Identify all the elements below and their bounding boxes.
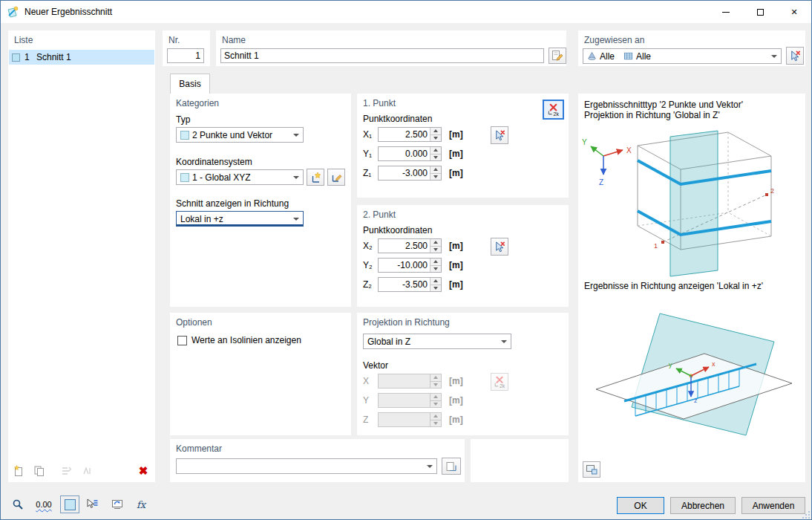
name-input[interactable] — [220, 48, 544, 63]
delete-item-button[interactable]: ✖ — [134, 463, 152, 479]
edit-coordinate-system-button[interactable] — [327, 169, 345, 186]
display-colors-button[interactable] — [60, 495, 79, 513]
refresh-view-button[interactable] — [108, 495, 127, 513]
x2-spinner[interactable] — [430, 239, 441, 253]
spin-down-icon[interactable] — [430, 285, 441, 292]
pick-point1-button[interactable] — [491, 126, 508, 144]
maximize-button[interactable] — [743, 1, 777, 23]
pick-assigned-button[interactable] — [786, 47, 804, 65]
selection-filter-button[interactable] — [82, 495, 102, 513]
help-search-button[interactable] — [8, 495, 27, 513]
isolinien-label[interactable]: Werte an Isolinien anzeigen — [191, 335, 301, 345]
spin-up-icon[interactable] — [430, 278, 441, 285]
typ-select[interactable]: 2 Punkte und Vektor — [176, 127, 304, 143]
vektor-x-spinner — [430, 374, 441, 388]
x2-label: X₂ — [363, 241, 373, 251]
vektor-z-unit: [m] — [449, 415, 463, 425]
minimize-button[interactable] — [709, 1, 743, 23]
nr-input[interactable] — [167, 48, 204, 63]
spin-down-icon[interactable] — [430, 247, 441, 253]
richtung-select[interactable]: Lokal in +z — [176, 211, 304, 227]
preview-display-options-button[interactable] — [583, 461, 600, 478]
y1-input[interactable] — [379, 147, 430, 160]
projektion-select[interactable]: Global in Z — [363, 334, 511, 349]
spin-down-icon[interactable] — [430, 174, 441, 181]
chevron-down-icon — [293, 134, 299, 140]
spin-down-icon — [430, 401, 441, 408]
spin-down-icon[interactable] — [430, 266, 441, 273]
y2-label: Y₂ — [363, 260, 373, 270]
spin-down-icon[interactable] — [430, 135, 441, 142]
x1-field[interactable] — [378, 127, 442, 142]
apply-label: Anwenden — [753, 501, 795, 511]
window-controls: ✕ — [709, 1, 811, 23]
punkt1-koordinaten-label: Punktkoordinaten — [363, 114, 432, 124]
apply-button[interactable]: Anwenden — [741, 497, 805, 514]
isolinien-checkbox[interactable] — [177, 336, 187, 345]
cancel-button[interactable]: Abbrechen — [670, 497, 736, 514]
zugewiesen-panel: Zugewiesen an Alle Alle — [578, 30, 805, 66]
tab-basis[interactable]: Basis — [170, 74, 210, 94]
punkt2-title: 2. Punkt — [363, 209, 396, 220]
resize-grip[interactable] — [802, 510, 811, 519]
preview-panel: Ergebnisschnitttyp '2 Punkte und Vektor'… — [578, 94, 805, 482]
preview-caption-2: Ergebnisse in Richtung anzeigen 'Lokal i… — [584, 281, 763, 291]
close-button[interactable]: ✕ — [777, 1, 811, 23]
list-item[interactable]: 1 Schnitt 1 — [9, 50, 154, 65]
edit-name-button[interactable] — [549, 48, 566, 64]
x2-field[interactable] — [378, 238, 442, 253]
zugewiesen-select[interactable]: Alle Alle — [583, 48, 782, 64]
titlebar[interactable]: Neuer Ergebnisschnitt ✕ — [1, 1, 811, 23]
z2-input[interactable] — [379, 278, 430, 291]
surfaces-icon — [623, 51, 633, 61]
x1-label: X₁ — [363, 129, 372, 140]
y2-input[interactable] — [379, 259, 430, 272]
spin-down-icon[interactable] — [430, 155, 441, 161]
spin-up-icon[interactable] — [430, 259, 441, 266]
x1-spinner[interactable] — [430, 128, 441, 141]
tab-basis-label: Basis — [179, 79, 200, 89]
pick-point2-button[interactable] — [491, 238, 508, 256]
spin-up-icon[interactable] — [430, 166, 441, 174]
y1-field[interactable] — [378, 146, 442, 161]
z2-spinner[interactable] — [430, 278, 441, 291]
units-settings-button[interactable]: 0.00 — [32, 495, 56, 513]
x2-input[interactable] — [379, 239, 430, 253]
copy-icon — [33, 465, 45, 477]
color-swatch-icon — [65, 499, 76, 510]
spin-up-icon[interactable] — [430, 147, 441, 155]
z1-field[interactable] — [378, 166, 442, 181]
punkt1-panel: 1. Punkt Punktkoordinaten X₁ [m] Y₁ [m] … — [357, 94, 569, 198]
x1-input[interactable] — [379, 128, 430, 141]
formula-button[interactable]: fx — [131, 495, 151, 513]
new-item-button[interactable] — [10, 463, 27, 479]
x1-unit: [m] — [449, 129, 463, 140]
z1-input[interactable] — [379, 166, 430, 180]
z2-field[interactable] — [378, 277, 442, 292]
close-icon: ✕ — [790, 7, 797, 17]
list-item-name: Schnitt 1 — [36, 52, 71, 62]
liste-panel: Liste 1 Schnitt 1 ✖ — [8, 30, 155, 482]
spin-up-icon[interactable] — [430, 128, 441, 135]
koordinatensystem-select[interactable]: 1 - Global XYZ — [176, 169, 304, 185]
vektor-y-spinner — [430, 394, 441, 407]
spin-up-icon[interactable] — [430, 239, 441, 247]
y2-field[interactable] — [378, 258, 442, 273]
optionen-panel: Optionen Werte an Isolinien anzeigen — [170, 313, 351, 435]
z1-spinner[interactable] — [430, 166, 441, 180]
y1-spinner[interactable] — [430, 147, 441, 160]
nr-label: Nr. — [168, 35, 180, 45]
vektor-z-spinner — [430, 413, 441, 426]
preview-caption-line1: Ergebnisschnitttyp '2 Punkte und Vektor' — [584, 100, 743, 110]
ok-button[interactable]: OK — [617, 497, 664, 514]
name-panel: Name — [216, 30, 566, 66]
kommentar-combobox[interactable] — [176, 458, 437, 474]
vektor-x-field — [378, 374, 442, 389]
y2-spinner[interactable] — [430, 259, 441, 272]
vektor-x-label: X — [363, 376, 369, 386]
kommentar-copy-button[interactable] — [442, 458, 461, 475]
new-coordinate-system-button[interactable] — [307, 169, 324, 186]
pick-two-points-button[interactable] — [543, 100, 564, 120]
edit-cs-icon — [330, 172, 342, 183]
copy-item-button[interactable] — [30, 463, 48, 479]
